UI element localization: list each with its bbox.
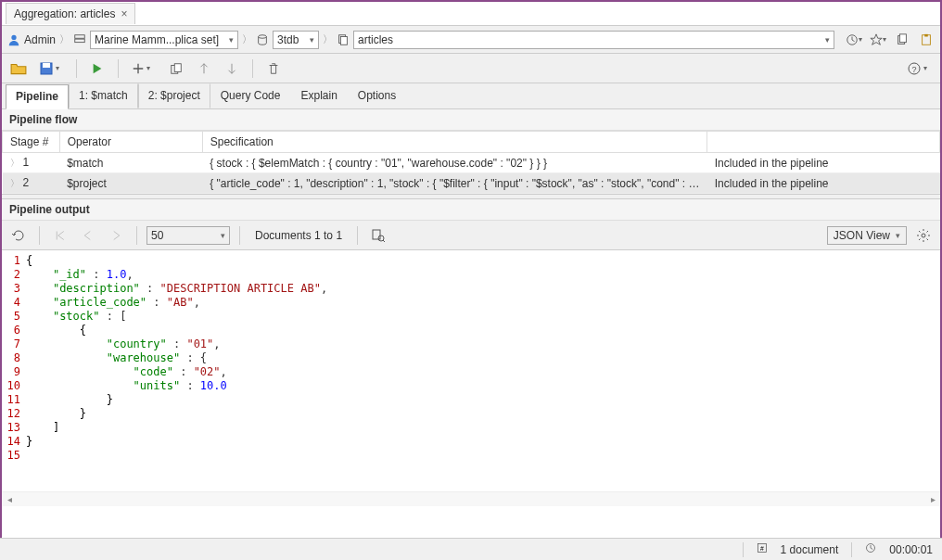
main-toolbar: ▾ ▾ ?▾ xyxy=(2,54,940,83)
svg-text:#: # xyxy=(760,545,764,552)
breadcrumb: Admin 〉 Marine Mamm...plica set] ▾ 〉 3td… xyxy=(2,26,940,54)
replica-selector[interactable]: Marine Mamm...plica set] ▾ xyxy=(90,31,238,49)
status-elapsed-time: 00:00:01 xyxy=(889,543,933,556)
svg-rect-10 xyxy=(924,33,928,36)
table-row[interactable]: 〉1 $match { stock : { $elemMatch : { cou… xyxy=(3,153,940,173)
line-gutter: 1 2 3 4 5 6 7 8 9 10 11 12 13 14 15 xyxy=(2,254,26,488)
save-button[interactable]: ▾ xyxy=(35,57,67,80)
tab-explain[interactable]: Explain xyxy=(290,83,347,108)
replica-label: Marine Mamm...plica set] xyxy=(95,33,219,46)
expand-icon[interactable]: 〉 xyxy=(10,158,19,168)
delete-button[interactable] xyxy=(262,57,285,80)
col-stage[interactable]: Stage # xyxy=(3,132,60,153)
col-included[interactable] xyxy=(707,132,940,153)
run-button[interactable] xyxy=(86,57,108,80)
paste-icon[interactable] xyxy=(918,32,935,48)
svg-rect-2 xyxy=(75,39,85,43)
svg-point-0 xyxy=(11,34,16,39)
collection-icon xyxy=(337,33,350,46)
database-selector[interactable]: 3tdb ▾ xyxy=(273,31,319,49)
svg-point-3 xyxy=(259,34,267,38)
collection-selector[interactable]: articles ▾ xyxy=(353,31,834,49)
settings-icon[interactable] xyxy=(912,224,935,247)
code-content: { "_id" : 1.0, "description" : "DESCRIPT… xyxy=(26,254,940,488)
chevron-down-icon: ▾ xyxy=(825,35,830,45)
database-label: 3tdb xyxy=(277,33,299,46)
svg-rect-17 xyxy=(373,230,380,239)
svg-rect-12 xyxy=(43,63,50,68)
svg-rect-8 xyxy=(899,33,906,42)
document-range: Documents 1 to 1 xyxy=(249,229,348,242)
scroll-right-icon[interactable]: ▸ xyxy=(925,494,940,504)
close-icon[interactable]: × xyxy=(121,7,127,20)
find-button[interactable] xyxy=(367,224,389,247)
duplicate-button[interactable] xyxy=(165,57,187,80)
svg-text:?: ? xyxy=(911,65,916,74)
col-operator[interactable]: Operator xyxy=(59,132,202,153)
sub-tabs: Pipeline 1: $match 2: $project Query Cod… xyxy=(2,83,940,109)
move-down-button[interactable] xyxy=(221,57,243,80)
status-count-icon: # xyxy=(757,542,768,556)
add-stage-button[interactable]: ▾ xyxy=(128,57,159,80)
refresh-button[interactable] xyxy=(7,224,30,247)
document-tabs: Aggregation: articles × xyxy=(2,2,940,26)
next-page-button[interactable] xyxy=(105,224,127,247)
scroll-left-icon[interactable]: ◂ xyxy=(2,494,17,504)
view-selector[interactable]: JSON View ▾ xyxy=(827,226,907,245)
tab-query-code[interactable]: Query Code xyxy=(210,83,291,108)
pipeline-table: Stage # Operator Specification 〉1 $match… xyxy=(2,131,940,194)
status-bar: # 1 document 00:00:01 xyxy=(0,538,942,560)
col-specification[interactable]: Specification xyxy=(202,132,707,153)
tab-match[interactable]: 1: $match xyxy=(69,83,138,108)
json-output[interactable]: 1 2 3 4 5 6 7 8 9 10 11 12 13 14 15 { "_… xyxy=(2,250,940,491)
server-icon xyxy=(73,33,86,46)
tab-project[interactable]: 2: $project xyxy=(138,83,210,108)
user-icon xyxy=(7,33,20,46)
output-toolbar: 50 ▾ Documents 1 to 1 JSON View ▾ xyxy=(2,221,940,250)
status-document-count: 1 document xyxy=(781,543,839,556)
chevron-down-icon: ▾ xyxy=(221,231,225,240)
breadcrumb-user: Admin xyxy=(24,33,56,46)
tab-title: Aggregation: articles xyxy=(14,7,115,20)
chevron-down-icon: ▾ xyxy=(896,231,900,240)
svg-rect-1 xyxy=(75,34,85,38)
horizontal-scrollbar[interactable]: ◂ ▸ xyxy=(2,491,940,506)
pipeline-flow-header: Pipeline flow xyxy=(2,109,940,131)
chevron-down-icon: ▾ xyxy=(229,35,234,45)
chevron-right-icon: 〉 xyxy=(242,32,252,46)
chevron-down-icon: ▾ xyxy=(310,35,314,45)
open-button[interactable] xyxy=(7,57,30,80)
collection-label: articles xyxy=(358,33,393,46)
chevron-right-icon: 〉 xyxy=(59,32,70,46)
pipeline-output-header: Pipeline output xyxy=(2,199,940,221)
chevron-right-icon: 〉 xyxy=(323,32,333,46)
page-size-input[interactable]: 50 ▾ xyxy=(146,226,230,245)
expand-icon[interactable]: 〉 xyxy=(10,178,19,188)
database-icon xyxy=(256,33,269,46)
tab-aggregation[interactable]: Aggregation: articles × xyxy=(6,3,135,24)
tab-pipeline[interactable]: Pipeline xyxy=(6,84,69,109)
clock-icon xyxy=(865,542,876,556)
prev-page-button[interactable] xyxy=(77,224,99,247)
first-page-button[interactable] xyxy=(49,224,71,247)
svg-rect-5 xyxy=(340,36,347,45)
history-icon[interactable]: ▾ xyxy=(846,32,862,48)
copy-icon[interactable] xyxy=(894,32,910,48)
tab-options[interactable]: Options xyxy=(348,83,406,108)
svg-rect-14 xyxy=(174,63,181,71)
svg-point-19 xyxy=(922,234,925,237)
move-up-button[interactable] xyxy=(193,57,215,80)
table-row[interactable]: 〉2 $project { "article_code" : 1, "descr… xyxy=(3,173,940,194)
favorite-icon[interactable]: ▾ xyxy=(870,32,886,48)
help-button[interactable]: ?▾ xyxy=(903,57,935,80)
